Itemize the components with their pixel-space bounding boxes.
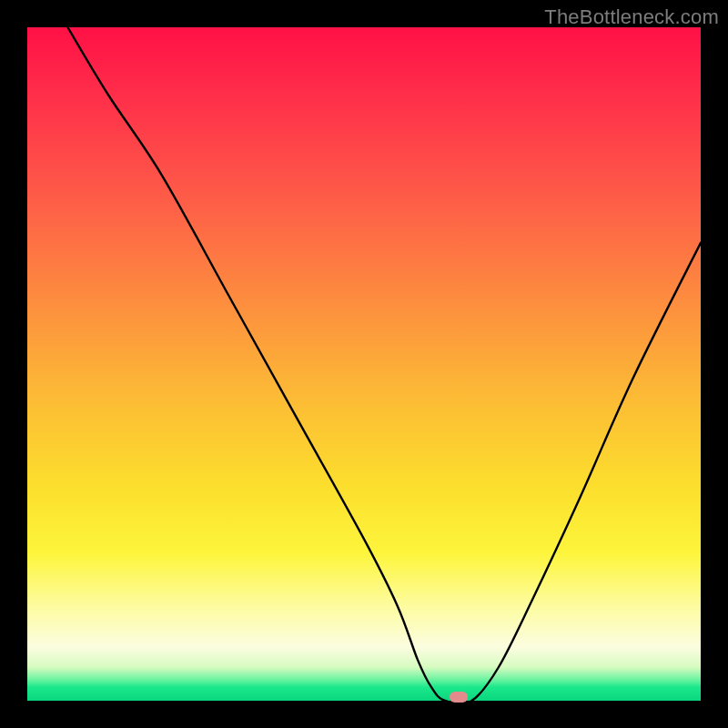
plot-area [27, 27, 701, 701]
watermark-text: TheBottleneck.com [544, 5, 719, 29]
chart-stage: TheBottleneck.com [0, 0, 728, 728]
valley-marker [450, 692, 468, 703]
